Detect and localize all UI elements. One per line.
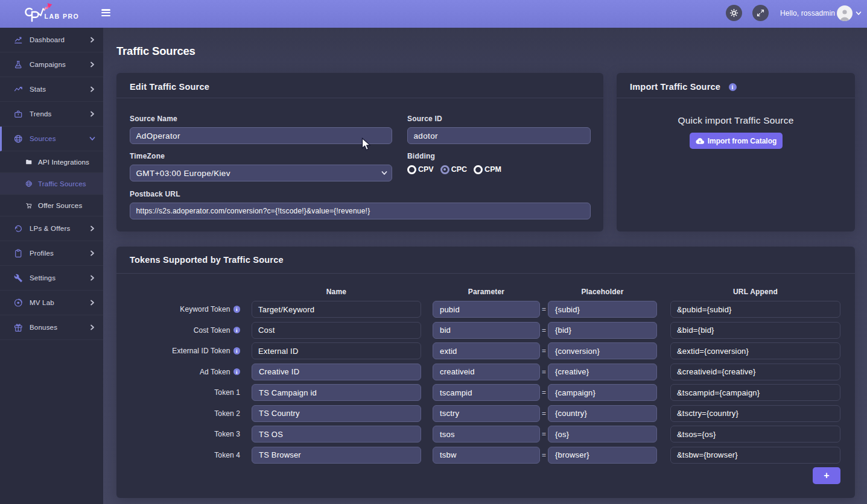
svg-text:LAB PRO: LAB PRO [45, 13, 80, 20]
